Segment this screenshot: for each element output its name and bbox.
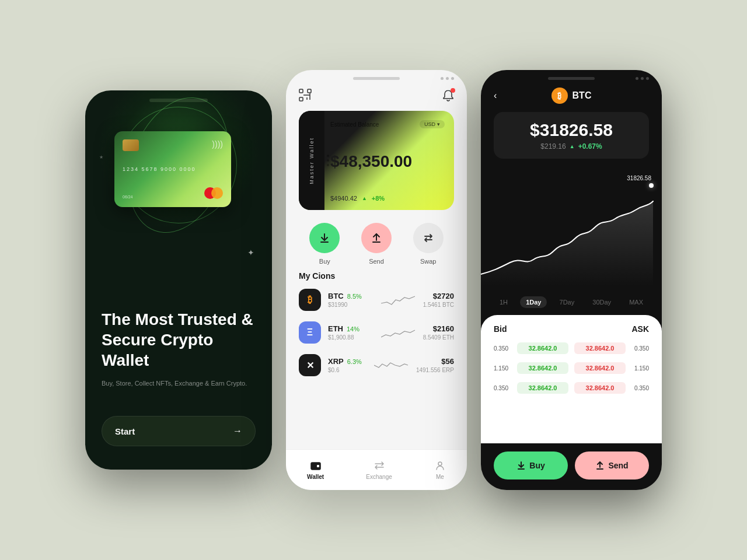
eth-amount: 8.5409 ETH [423,334,454,341]
credit-card: )))) 1234 5678 9000 0000 06/24 [114,131,231,207]
coin-item-eth[interactable]: Ξ ETH 14% $1,900.88 $2160 8.5409 ETH [299,321,454,344]
me-nav-icon [434,460,446,471]
card-number: 1234 5678 9000 0000 [123,166,223,172]
bottom-navigation: Wallet Exchange Me [286,449,467,490]
time-filter-row: 1H 1Day 7Day 30Day MAX [494,296,649,308]
coins-title: My Cions [299,271,454,281]
dot1 [441,77,444,80]
buy-action-button[interactable]: Buy [494,452,568,480]
change-percent: +8% [372,195,385,202]
ask-label: ASK [631,324,649,334]
eth-price-sub: $1,900.88 [328,334,374,341]
eth-name: ETH [328,324,343,333]
filter-7day[interactable]: 7Day [554,296,581,308]
xrp-amount: 1491.556 ERP [416,367,454,373]
phone3-action-buttons: Buy Send [494,452,649,480]
coin-item-btc[interactable]: ₿ BTC 8.5% $31990 $2720 1.5461 BTC [299,289,454,311]
back-button[interactable]: ‹ [494,90,497,101]
ob-bid-price-2: 32.8642.0 [517,362,568,374]
send-button[interactable]: Send [361,223,392,265]
ob-ask-price-2: 32.8642.0 [574,362,626,374]
ob-ask-qty-3: 0.350 [626,385,649,391]
btc-small-icon: ₿ [551,88,568,104]
ob-bid-qty-1: 0.350 [494,345,517,352]
nav-exchange[interactable]: Exchange [366,460,392,480]
xrp-info: XRP 6.3% $0.6 [328,357,367,373]
ob-ask-price-1: 32.8642.0 [574,342,626,354]
filter-30day[interactable]: 30Day [587,296,617,308]
ob-bid-qty-3: 0.350 [494,385,517,391]
star-icon-2: ★ [99,155,103,160]
btc-name: BTC [328,292,344,300]
filter-1h[interactable]: 1H [494,296,514,308]
btc-coin-name: BTC [573,90,592,101]
card-expiry: 06/24 [123,195,133,199]
xrp-sparkline [374,357,409,373]
nav-me[interactable]: Me [434,460,446,480]
phone1-dark-wallet: )))) 1234 5678 9000 0000 06/24 ✦ ★ The M… [85,90,272,470]
star-icon-1: ✦ [247,248,254,257]
svg-rect-2 [299,97,303,101]
xrp-price-sub: $0.6 [328,367,367,373]
buy-action-icon [516,461,526,470]
phone2-status-dots [441,77,454,80]
btc-sparkline [381,292,416,308]
btc-change-pct: +0.67% [578,142,602,150]
mc-orange-circle [211,187,223,199]
filter-max[interactable]: MAX [623,296,649,308]
btc-change-row: $219.16 ▲ +0.67% [540,142,602,150]
exchange-nav-icon [374,460,385,471]
p3-dot1 [636,77,638,80]
btc-price-sub: $31990 [328,302,374,308]
p3-dot3 [646,77,649,80]
chart-price-label: 31826.58 [627,175,651,181]
btc-info: BTC 8.5% $31990 [328,292,374,308]
svg-rect-1 [308,89,311,93]
phones-container: )))) 1234 5678 9000 0000 06/24 ✦ ★ The M… [0,47,747,513]
wallet-nav-label: Wallet [307,474,324,480]
mastercard-logo [204,187,223,199]
headline-text: The Most Trusted & Secure Crypto Wallet [102,309,256,370]
card-chip [123,139,139,151]
btc-value: $2720 1.5461 BTC [423,292,454,308]
ob-row-2: 1.150 32.8642.0 32.8642.0 1.150 [494,359,649,377]
scanner-icon[interactable] [299,89,312,104]
ob-ask-qty-2: 1.150 [626,365,649,372]
filter-1day[interactable]: 1Day [520,296,547,308]
eth-info: ETH 14% $1,900.88 [328,324,374,341]
xrp-name: XRP [328,357,344,366]
master-wallet-card: Master Wallet Estimated Balance USD ▾ $4… [299,111,454,210]
chart-current-dot [649,183,654,188]
xrp-icon: ✕ [299,354,321,376]
coin-item-xrp[interactable]: ✕ XRP 6.3% $0.6 $56 1491.556 ERP [299,354,454,376]
eth-pct: 14% [347,326,359,332]
ob-bid-price-3: 32.8642.0 [517,382,568,394]
xrp-pct: 6.3% [347,358,362,365]
start-button[interactable]: Start → [102,416,256,446]
card-bottom-row: $4940.42 ▲ +8% [330,195,445,202]
currency-badge[interactable]: USD ▾ [420,120,445,128]
ob-row-3: 0.350 32.8642.0 32.8642.0 0.350 [494,379,649,397]
dot3 [451,77,454,80]
send-action-button[interactable]: Send [575,452,649,480]
eth-value: $2160 8.5409 ETH [423,324,454,341]
buy-icon-circle [309,223,340,253]
eth-sparkline [381,324,416,341]
swap-button[interactable]: Swap [413,223,444,265]
notification-bell[interactable] [442,89,454,104]
nav-wallet[interactable]: Wallet [307,460,324,480]
card-bottom: 06/24 [123,187,223,199]
ob-bid-price-1: 32.8642.0 [517,342,568,354]
buy-label: Buy [319,258,330,265]
change-amount: $4940.42 [330,195,357,202]
btc-price-card: $31826.58 $219.16 ▲ +0.67% [494,112,649,159]
card-area: )))) 1234 5678 9000 0000 06/24 [109,125,249,216]
total-balance: $48,350.00 [330,153,445,171]
card-side-bar: Master Wallet [299,111,324,210]
swap-icon-circle [413,223,444,253]
phone3-btc-detail: ‹ ₿ BTC $31826.58 $219.16 ▲ +0.67% 31826… [481,70,662,490]
bid-label: Bid [494,324,507,334]
buy-button[interactable]: Buy [309,223,340,265]
currency-label: USD [424,121,435,127]
ob-bid-qty-2: 1.150 [494,365,517,372]
